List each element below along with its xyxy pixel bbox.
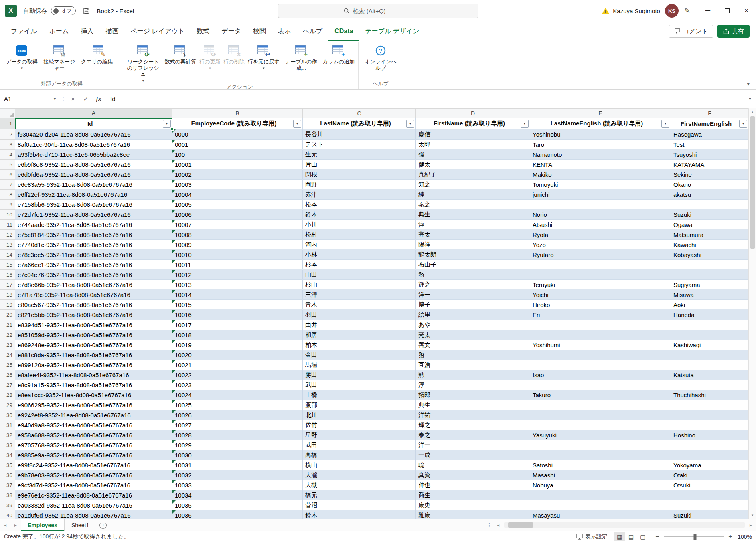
get-data-button[interactable]: cdataデータの取得▾ — [4, 42, 39, 71]
cell[interactable]: 健太 — [416, 160, 530, 170]
search-box[interactable] — [278, 4, 478, 18]
cell[interactable]: Matsumura — [671, 230, 749, 240]
cell[interactable]: e8394d51-9352-11ea-8d08-0a51e6767a16 — [15, 320, 172, 330]
cell[interactable]: 10035 — [172, 500, 303, 510]
cell[interactable]: 横山 — [303, 460, 416, 470]
row-header-32[interactable]: 32 — [0, 430, 15, 440]
cell[interactable]: 10020 — [172, 350, 303, 360]
cell[interactable]: 河内 — [303, 240, 416, 250]
formula-bar-splitter-icon[interactable]: ⋮ — [60, 90, 67, 108]
add-column-button[interactable]: +カラムの追加 — [321, 42, 356, 66]
cell[interactable]: e75c8184-9352-11ea-8d08-0a51e6767a16 — [15, 230, 172, 240]
cell[interactable]: e7a66ec1-9352-11ea-8d08-0a51e6767a16 — [15, 260, 172, 270]
row-header-26[interactable]: 26 — [0, 370, 15, 380]
horizontal-scrollbar-thumb[interactable] — [508, 522, 533, 528]
refresh-worksheet-button[interactable]: ⟳ワークシートのリフレッシュ▾ — [123, 42, 163, 83]
row-header-21[interactable]: 21 — [0, 320, 15, 330]
row-header-11[interactable]: 11 — [0, 220, 15, 230]
cell[interactable]: 雅康 — [416, 510, 530, 519]
scroll-up-icon[interactable]: ▴ — [752, 108, 754, 115]
select-all-corner[interactable] — [0, 109, 15, 118]
cell[interactable]: 大槻 — [303, 480, 416, 490]
close-button[interactable]: × — [737, 0, 756, 22]
cell[interactable]: e9242ef8-9352-11ea-8d08-0a51e6767a16 — [15, 410, 172, 420]
cell[interactable]: 10036 — [172, 510, 303, 519]
cell[interactable]: 鈴木 — [303, 210, 416, 220]
cell[interactable]: 亮太 — [416, 330, 530, 340]
cell[interactable] — [671, 420, 749, 430]
row-header-19[interactable]: 19 — [0, 300, 15, 310]
cell[interactable]: 大瀧 — [303, 470, 416, 480]
name-box[interactable]: A1 ▾ — [0, 90, 60, 108]
cell[interactable]: 10029 — [172, 440, 303, 450]
ribbon-tab-7[interactable]: 校閲 — [247, 22, 272, 41]
row-header-30[interactable]: 30 — [0, 410, 15, 420]
cell[interactable] — [671, 200, 749, 210]
search-input[interactable] — [353, 8, 413, 14]
cell[interactable]: Katsuta — [671, 370, 749, 380]
zoom-in-button[interactable]: + — [728, 533, 733, 540]
row-header-38[interactable]: 38 — [0, 490, 15, 500]
table-header-cell-4[interactable]: LastNameEnglish (読み取り専用)▼ — [530, 118, 671, 129]
cell[interactable]: 土橋 — [303, 390, 416, 400]
cell[interactable]: 渡部 — [303, 400, 416, 410]
vertical-scrollbar[interactable]: ▴ ▾ — [748, 108, 756, 519]
cell[interactable]: 10005 — [172, 200, 303, 210]
filter-dropdown-icon[interactable]: ▼ — [521, 120, 529, 128]
cell[interactable]: 真資 — [416, 470, 530, 480]
normal-view-button[interactable]: ▦ — [614, 532, 625, 541]
cell[interactable]: 10009 — [172, 240, 303, 250]
cell[interactable]: 松本 — [303, 200, 416, 210]
cell[interactable]: 陽祥 — [416, 240, 530, 250]
ribbon-tab-4[interactable]: ページ レイアウト — [124, 22, 191, 41]
column-header-F[interactable]: F — [671, 109, 749, 118]
table-header-cell-3[interactable]: FirstName (読み取り専用)▼ — [416, 118, 530, 129]
cell[interactable]: Haneda — [671, 310, 749, 320]
cell[interactable]: 10019 — [172, 340, 303, 350]
cell[interactable]: 金田 — [303, 350, 416, 360]
cell[interactable]: 一成 — [416, 450, 530, 460]
cell[interactable]: 武田 — [303, 380, 416, 390]
cell[interactable] — [671, 440, 749, 450]
cell[interactable]: Sekine — [671, 170, 749, 180]
sheet-nav-left-icon[interactable]: ◂ — [0, 519, 10, 531]
sheet-nav-right-icon[interactable]: ▸ — [10, 519, 21, 531]
cell[interactable] — [530, 360, 671, 370]
cell[interactable]: Yokoyama — [671, 460, 749, 470]
cell[interactable]: Yoshihumi — [530, 340, 671, 350]
cell[interactable]: e881c8da-9352-11ea-8d08-0a51e6767a16 — [15, 350, 172, 360]
cell[interactable]: e958a688-9352-11ea-8d08-0a51e6767a16 — [15, 430, 172, 440]
cell[interactable]: Suzuki — [671, 210, 749, 220]
tab-splitter-icon[interactable]: ⋮ — [486, 519, 493, 531]
user-name[interactable]: Kazuya Sugimoto — [613, 8, 660, 14]
cell[interactable]: Yoichi — [530, 290, 671, 300]
recalculate-button[interactable]: ∑数式の再計算 — [163, 42, 198, 66]
cell[interactable]: 10004 — [172, 190, 303, 200]
ribbon-tab-8[interactable]: 表示 — [272, 22, 297, 41]
table-header-cell-0[interactable]: Id▼ — [15, 118, 172, 129]
cell[interactable]: Suzuki — [671, 510, 749, 519]
cell[interactable]: 武田 — [303, 440, 416, 450]
cell[interactable] — [530, 320, 671, 330]
cell[interactable]: あや — [416, 320, 530, 330]
cell[interactable]: 輝之 — [416, 280, 530, 290]
row-header-36[interactable]: 36 — [0, 470, 15, 480]
cell[interactable]: Hoshino — [671, 430, 749, 440]
ribbon-tab-2[interactable]: 挿入 — [75, 22, 99, 41]
display-settings-button[interactable]: 表示設定 — [576, 533, 608, 540]
cell[interactable]: 10034 — [172, 490, 303, 500]
cell[interactable]: 10003 — [172, 180, 303, 190]
ribbon-tab-1[interactable]: ホーム — [43, 22, 75, 41]
cell[interactable]: KATAYAMA — [671, 160, 749, 170]
cell[interactable]: 由井 — [303, 320, 416, 330]
row-header-5[interactable]: 5 — [0, 160, 15, 170]
cell[interactable]: a93f9b4c-d710-11ec-81e6-0655bba2c8ee — [15, 150, 172, 160]
cell[interactable]: Otaki — [671, 470, 749, 480]
cell[interactable]: Nobuya — [530, 480, 671, 490]
cell[interactable]: Yasuyuki — [530, 430, 671, 440]
cell[interactable]: 0000 — [172, 129, 303, 140]
cell[interactable]: 高橋 — [303, 450, 416, 460]
cell[interactable]: 和唐 — [303, 330, 416, 340]
cell[interactable]: e6b9f8e8-9352-11ea-8d08-0a51e6767a16 — [15, 160, 172, 170]
cancel-icon[interactable]: × — [67, 90, 79, 108]
